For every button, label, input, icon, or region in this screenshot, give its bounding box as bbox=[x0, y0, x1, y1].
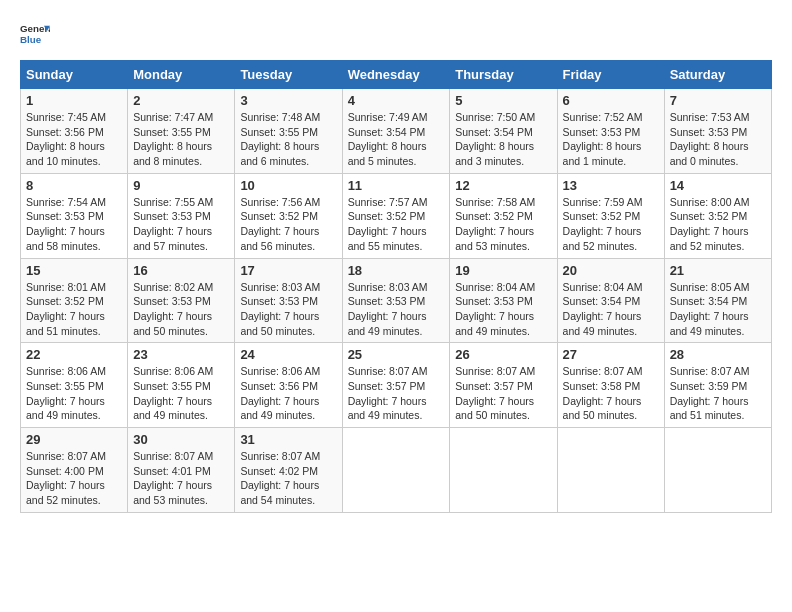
sunrise-text: Sunrise: 8:02 AM bbox=[133, 281, 213, 293]
day-info: Sunrise: 8:07 AMSunset: 4:01 PMDaylight:… bbox=[133, 449, 229, 508]
calendar-cell bbox=[664, 428, 771, 513]
day-number: 6 bbox=[563, 93, 659, 108]
logo-icon: General Blue bbox=[20, 20, 50, 50]
day-number: 27 bbox=[563, 347, 659, 362]
day-info: Sunrise: 7:45 AMSunset: 3:56 PMDaylight:… bbox=[26, 110, 122, 169]
sunrise-text: Sunrise: 7:54 AM bbox=[26, 196, 106, 208]
day-info: Sunrise: 8:03 AMSunset: 3:53 PMDaylight:… bbox=[240, 280, 336, 339]
sunset-text: Sunset: 3:53 PM bbox=[133, 210, 211, 222]
calendar-body: 1Sunrise: 7:45 AMSunset: 3:56 PMDaylight… bbox=[21, 89, 772, 513]
daylight-text: Daylight: 7 hours and 49 minutes. bbox=[133, 395, 212, 422]
calendar-cell: 2Sunrise: 7:47 AMSunset: 3:55 PMDaylight… bbox=[128, 89, 235, 174]
day-number: 17 bbox=[240, 263, 336, 278]
sunset-text: Sunset: 3:56 PM bbox=[26, 126, 104, 138]
day-info: Sunrise: 8:01 AMSunset: 3:52 PMDaylight:… bbox=[26, 280, 122, 339]
daylight-text: Daylight: 7 hours and 49 minutes. bbox=[455, 310, 534, 337]
sunset-text: Sunset: 3:52 PM bbox=[455, 210, 533, 222]
sunrise-text: Sunrise: 7:56 AM bbox=[240, 196, 320, 208]
day-number: 10 bbox=[240, 178, 336, 193]
day-number: 30 bbox=[133, 432, 229, 447]
daylight-text: Daylight: 8 hours and 1 minute. bbox=[563, 140, 642, 167]
sunrise-text: Sunrise: 8:04 AM bbox=[455, 281, 535, 293]
day-number: 29 bbox=[26, 432, 122, 447]
calendar-week-3: 15Sunrise: 8:01 AMSunset: 3:52 PMDayligh… bbox=[21, 258, 772, 343]
sunrise-text: Sunrise: 8:07 AM bbox=[348, 365, 428, 377]
daylight-text: Daylight: 7 hours and 50 minutes. bbox=[240, 310, 319, 337]
day-number: 21 bbox=[670, 263, 766, 278]
sunset-text: Sunset: 3:52 PM bbox=[240, 210, 318, 222]
sunrise-text: Sunrise: 7:58 AM bbox=[455, 196, 535, 208]
day-number: 1 bbox=[26, 93, 122, 108]
sunset-text: Sunset: 3:53 PM bbox=[240, 295, 318, 307]
day-number: 5 bbox=[455, 93, 551, 108]
calendar-cell: 5Sunrise: 7:50 AMSunset: 3:54 PMDaylight… bbox=[450, 89, 557, 174]
day-info: Sunrise: 7:58 AMSunset: 3:52 PMDaylight:… bbox=[455, 195, 551, 254]
daylight-text: Daylight: 7 hours and 51 minutes. bbox=[670, 395, 749, 422]
day-number: 16 bbox=[133, 263, 229, 278]
sunrise-text: Sunrise: 7:57 AM bbox=[348, 196, 428, 208]
daylight-text: Daylight: 7 hours and 58 minutes. bbox=[26, 225, 105, 252]
column-headers: SundayMondayTuesdayWednesdayThursdayFrid… bbox=[21, 61, 772, 89]
calendar-cell: 14Sunrise: 8:00 AMSunset: 3:52 PMDayligh… bbox=[664, 173, 771, 258]
sunset-text: Sunset: 3:55 PM bbox=[240, 126, 318, 138]
day-info: Sunrise: 7:59 AMSunset: 3:52 PMDaylight:… bbox=[563, 195, 659, 254]
calendar-cell: 22Sunrise: 8:06 AMSunset: 3:55 PMDayligh… bbox=[21, 343, 128, 428]
calendar-cell: 4Sunrise: 7:49 AMSunset: 3:54 PMDaylight… bbox=[342, 89, 450, 174]
day-info: Sunrise: 7:54 AMSunset: 3:53 PMDaylight:… bbox=[26, 195, 122, 254]
sunrise-text: Sunrise: 7:55 AM bbox=[133, 196, 213, 208]
sunset-text: Sunset: 3:54 PM bbox=[348, 126, 426, 138]
header: General Blue bbox=[20, 20, 772, 50]
sunset-text: Sunset: 3:57 PM bbox=[348, 380, 426, 392]
daylight-text: Daylight: 7 hours and 49 minutes. bbox=[26, 395, 105, 422]
calendar-cell: 18Sunrise: 8:03 AMSunset: 3:53 PMDayligh… bbox=[342, 258, 450, 343]
sunrise-text: Sunrise: 7:50 AM bbox=[455, 111, 535, 123]
sunrise-text: Sunrise: 7:52 AM bbox=[563, 111, 643, 123]
column-header-friday: Friday bbox=[557, 61, 664, 89]
daylight-text: Daylight: 7 hours and 50 minutes. bbox=[455, 395, 534, 422]
sunrise-text: Sunrise: 7:45 AM bbox=[26, 111, 106, 123]
day-info: Sunrise: 8:07 AMSunset: 3:57 PMDaylight:… bbox=[455, 364, 551, 423]
calendar-cell: 11Sunrise: 7:57 AMSunset: 3:52 PMDayligh… bbox=[342, 173, 450, 258]
sunset-text: Sunset: 3:53 PM bbox=[563, 126, 641, 138]
column-header-tuesday: Tuesday bbox=[235, 61, 342, 89]
sunrise-text: Sunrise: 8:01 AM bbox=[26, 281, 106, 293]
day-info: Sunrise: 8:07 AMSunset: 3:58 PMDaylight:… bbox=[563, 364, 659, 423]
sunset-text: Sunset: 3:55 PM bbox=[26, 380, 104, 392]
day-number: 13 bbox=[563, 178, 659, 193]
sunrise-text: Sunrise: 7:59 AM bbox=[563, 196, 643, 208]
sunset-text: Sunset: 3:53 PM bbox=[455, 295, 533, 307]
day-number: 15 bbox=[26, 263, 122, 278]
day-info: Sunrise: 7:49 AMSunset: 3:54 PMDaylight:… bbox=[348, 110, 445, 169]
sunset-text: Sunset: 3:52 PM bbox=[670, 210, 748, 222]
daylight-text: Daylight: 7 hours and 52 minutes. bbox=[563, 225, 642, 252]
day-number: 23 bbox=[133, 347, 229, 362]
sunrise-text: Sunrise: 7:53 AM bbox=[670, 111, 750, 123]
sunrise-text: Sunrise: 8:06 AM bbox=[26, 365, 106, 377]
calendar-cell: 19Sunrise: 8:04 AMSunset: 3:53 PMDayligh… bbox=[450, 258, 557, 343]
calendar-week-2: 8Sunrise: 7:54 AMSunset: 3:53 PMDaylight… bbox=[21, 173, 772, 258]
day-info: Sunrise: 7:47 AMSunset: 3:55 PMDaylight:… bbox=[133, 110, 229, 169]
sunset-text: Sunset: 3:52 PM bbox=[563, 210, 641, 222]
day-number: 26 bbox=[455, 347, 551, 362]
calendar-cell: 12Sunrise: 7:58 AMSunset: 3:52 PMDayligh… bbox=[450, 173, 557, 258]
day-info: Sunrise: 8:05 AMSunset: 3:54 PMDaylight:… bbox=[670, 280, 766, 339]
day-number: 14 bbox=[670, 178, 766, 193]
day-number: 22 bbox=[26, 347, 122, 362]
calendar-cell: 15Sunrise: 8:01 AMSunset: 3:52 PMDayligh… bbox=[21, 258, 128, 343]
column-header-saturday: Saturday bbox=[664, 61, 771, 89]
sunset-text: Sunset: 3:54 PM bbox=[563, 295, 641, 307]
day-info: Sunrise: 8:02 AMSunset: 3:53 PMDaylight:… bbox=[133, 280, 229, 339]
day-info: Sunrise: 7:48 AMSunset: 3:55 PMDaylight:… bbox=[240, 110, 336, 169]
calendar-cell: 23Sunrise: 8:06 AMSunset: 3:55 PMDayligh… bbox=[128, 343, 235, 428]
daylight-text: Daylight: 7 hours and 51 minutes. bbox=[26, 310, 105, 337]
sunset-text: Sunset: 3:57 PM bbox=[455, 380, 533, 392]
logo: General Blue bbox=[20, 20, 50, 50]
day-number: 8 bbox=[26, 178, 122, 193]
day-info: Sunrise: 8:04 AMSunset: 3:54 PMDaylight:… bbox=[563, 280, 659, 339]
sunrise-text: Sunrise: 8:07 AM bbox=[455, 365, 535, 377]
sunrise-text: Sunrise: 7:49 AM bbox=[348, 111, 428, 123]
daylight-text: Daylight: 8 hours and 8 minutes. bbox=[133, 140, 212, 167]
calendar-week-4: 22Sunrise: 8:06 AMSunset: 3:55 PMDayligh… bbox=[21, 343, 772, 428]
day-number: 7 bbox=[670, 93, 766, 108]
daylight-text: Daylight: 7 hours and 54 minutes. bbox=[240, 479, 319, 506]
